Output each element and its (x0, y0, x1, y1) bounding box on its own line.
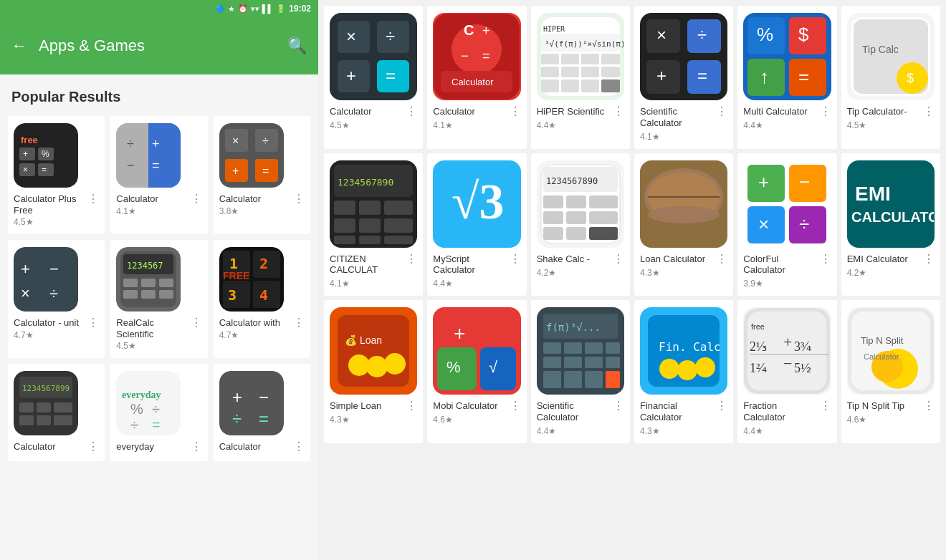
list-item[interactable]: × ÷ + = Calculator ⋮ 4.5★ (324, 6, 423, 149)
app-rating: 4.1★ (433, 120, 453, 130)
list-item[interactable]: + − × ÷ Calculator - unit ⋮ 4.7★ (8, 240, 105, 358)
svg-text:+: + (454, 322, 465, 344)
app-icon: HIPER ³√(f(π))²×√sin(π) (537, 13, 624, 100)
app-icon: Fin. Calc (640, 307, 727, 395)
svg-rect-61 (37, 415, 51, 425)
more-options-icon[interactable]: ⋮ (716, 106, 727, 117)
list-item[interactable]: Tip N Split Calculator Tip N Split Tip ⋮… (841, 300, 940, 443)
more-options-icon[interactable]: ⋮ (716, 254, 727, 265)
more-options-icon[interactable]: ⋮ (820, 254, 831, 265)
more-options-icon[interactable]: ⋮ (716, 400, 727, 412)
more-options-icon[interactable]: ⋮ (820, 106, 831, 117)
svg-rect-59 (54, 402, 72, 412)
svg-text:f(π)³√...: f(π)³√... (546, 322, 601, 333)
svg-text:HIPER: HIPER (543, 25, 565, 33)
svg-text:4: 4 (259, 286, 268, 304)
svg-rect-62 (54, 415, 72, 425)
more-options-icon[interactable]: ⋮ (923, 106, 935, 117)
list-item[interactable]: √3 MyScript Calculator ⋮ 4.4★ (427, 153, 526, 296)
more-options-icon[interactable]: ⋮ (293, 317, 305, 329)
list-item[interactable]: 1234567890 CITIZEN CALCULAT ⋮ 4.1★ (324, 153, 423, 296)
list-item[interactable]: everyday % ÷ ÷ = everyday ⋮ (110, 364, 207, 461)
svg-text:=: = (152, 158, 160, 173)
list-item[interactable]: 1 2 3 4 FREE Calculator with ⋮ 4.7★ (214, 240, 310, 358)
time-display: 19:02 (289, 4, 311, 14)
svg-rect-192 (543, 342, 561, 354)
svg-point-207 (659, 359, 679, 379)
more-options-icon[interactable]: ⋮ (406, 106, 417, 117)
list-item[interactable]: EMI CALCULATOR EMI Calculator ⋮ 4.2★ (841, 153, 940, 296)
svg-text:+: + (482, 24, 490, 38)
list-item[interactable]: HIPER ³√(f(π))²×√sin(π) HiPER Scientific… (531, 6, 630, 149)
app-name: Calculator (219, 193, 262, 205)
back-button[interactable]: ← (11, 37, 27, 55)
more-options-icon[interactable]: ⋮ (923, 400, 935, 412)
svg-point-84 (452, 24, 502, 74)
list-item[interactable]: Loan Calculator ⋮ 4.3★ (634, 153, 733, 296)
more-options-icon[interactable]: ⋮ (613, 254, 624, 265)
more-options-icon[interactable]: ⋮ (87, 317, 99, 329)
section-heading: Popular Results (0, 74, 318, 114)
svg-rect-43 (159, 290, 173, 299)
more-options-icon[interactable]: ⋮ (510, 106, 521, 117)
more-options-icon[interactable]: ⋮ (191, 317, 202, 329)
list-item[interactable]: + − ÷ = Calculator ⋮ (214, 364, 310, 461)
more-options-icon[interactable]: ⋮ (87, 441, 99, 453)
app-rating: 4.7★ (14, 330, 34, 340)
app-icon: + − ÷ = (219, 371, 284, 435)
list-item[interactable]: Tip Calc $ Tip Calculator- ⋮ 4.5★ (841, 6, 940, 149)
app-name-row: Calculator ⋮ (330, 106, 417, 117)
svg-text:Calculator: Calculator (864, 352, 899, 361)
svg-text:=: = (482, 49, 490, 63)
more-options-icon[interactable]: ⋮ (293, 193, 305, 205)
more-options-icon[interactable]: ⋮ (923, 254, 935, 265)
app-rating: 4.4★ (743, 426, 763, 436)
svg-rect-135 (334, 201, 355, 215)
list-item[interactable]: free 2¹⁄₃ + 3³⁄₄ 1²⁄₄ − 5¹⁄₂ Fraction Ca… (737, 300, 836, 443)
more-options-icon[interactable]: ⋮ (406, 254, 417, 265)
list-item[interactable]: % √ + Mobi Calculator ⋮ 4.6★ (427, 300, 526, 443)
more-options-icon[interactable]: ⋮ (510, 400, 521, 412)
more-options-icon[interactable]: ⋮ (191, 441, 202, 453)
list-item[interactable]: free + % × = Calculator Plus Free ⋮ 4.5★ (8, 116, 105, 234)
app-name-row: RealCalc Scientific ⋮ (116, 317, 201, 339)
more-options-icon[interactable]: ⋮ (87, 193, 99, 205)
more-options-icon[interactable]: ⋮ (820, 400, 831, 412)
more-options-icon[interactable]: ⋮ (510, 254, 521, 265)
app-name: Calculator (14, 441, 56, 453)
svg-text:³√(f(π))²×√sin(π): ³√(f(π))²×√sin(π) (545, 39, 624, 49)
svg-rect-97 (561, 54, 579, 64)
list-item[interactable]: 1234567890 Shake Calc - ⋮ 4.2★ (531, 153, 630, 296)
app-name-row: Mobi Calculator ⋮ (433, 400, 520, 412)
list-item[interactable]: 1234567 RealCalc Scientific ⋮ 4.5★ (110, 240, 207, 358)
list-item[interactable]: ÷ + − = Calculator ⋮ 4.1★ (110, 116, 207, 234)
svg-rect-40 (159, 279, 173, 287)
list-item[interactable]: 💰 Loan Simple Loan ⋮ 4.3★ (324, 300, 423, 443)
list-item[interactable]: % $ ↑ = Multi Calculator ⋮ 4.4★ (737, 6, 836, 149)
more-options-icon[interactable]: ⋮ (191, 193, 202, 205)
more-options-icon[interactable]: ⋮ (293, 441, 305, 453)
svg-rect-198 (585, 357, 603, 368)
svg-point-181 (366, 356, 388, 377)
more-options-icon[interactable]: ⋮ (406, 400, 417, 412)
list-item[interactable]: C + − = Calculator Calculator ⋮ 4.1★ (427, 6, 526, 149)
app-name: Calculator (116, 193, 158, 205)
svg-text:CALCULATOR: CALCULATOR (851, 209, 934, 225)
svg-text:$: $ (907, 71, 914, 85)
list-item[interactable]: f(π)³√... Scientific Calculator ⋮ 4.4★ (531, 300, 630, 443)
list-item[interactable]: + − × ÷ ColorFul Calculator ⋮ 3.9★ (737, 153, 836, 296)
app-name: Scientific Calculator (537, 400, 613, 423)
list-item[interactable]: × ÷ + = Calculator ⋮ 3.8★ (214, 116, 310, 234)
svg-text:=: = (42, 165, 47, 175)
svg-text:3³⁄₄: 3³⁄₄ (794, 339, 811, 354)
svg-rect-194 (585, 342, 603, 354)
svg-text:%: % (42, 149, 49, 159)
svg-text:=: = (262, 165, 269, 177)
list-item[interactable]: × ÷ + = Scientific Calculator ⋮ 4.1★ (634, 6, 733, 149)
more-options-icon[interactable]: ⋮ (613, 106, 624, 117)
search-button[interactable]: 🔍 (287, 37, 307, 55)
more-options-icon[interactable]: ⋮ (613, 400, 624, 412)
app-name: Calculator with (219, 317, 280, 329)
list-item[interactable]: Fin. Calc Financial Calculator ⋮ 4.3★ (634, 300, 733, 443)
list-item[interactable]: 1234567899 Calculator ⋮ (8, 364, 105, 461)
